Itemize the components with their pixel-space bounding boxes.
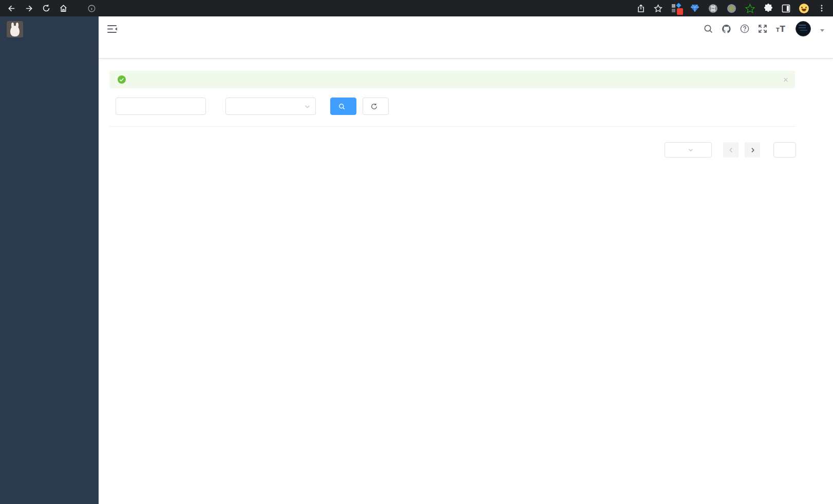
font-size-icon[interactable]: TT <box>776 24 787 33</box>
browser-reload-icon[interactable] <box>42 4 50 12</box>
goto-page <box>769 142 800 158</box>
browser-forward-icon[interactable] <box>25 4 33 13</box>
chevron-down-icon <box>688 147 693 152</box>
app-logo[interactable] <box>0 16 99 42</box>
search-form <box>109 98 799 115</box>
extension-grid-icon[interactable] <box>671 3 681 13</box>
extension-badge <box>677 8 683 15</box>
browser-back-icon[interactable] <box>7 4 16 13</box>
search-button-icon <box>338 103 345 110</box>
page-header: TT <box>99 16 833 41</box>
share-icon[interactable] <box>637 4 645 13</box>
fullscreen-icon[interactable] <box>758 24 767 33</box>
extension-diamond <box>676 3 681 8</box>
main-area: TT × <box>99 16 833 504</box>
extension-square <box>672 9 675 12</box>
puzzle-extension-icon[interactable] <box>764 4 773 13</box>
command-extension-icon[interactable] <box>708 4 718 13</box>
search-icon[interactable] <box>704 24 713 33</box>
goto-page-input[interactable] <box>773 142 796 158</box>
prev-page-button[interactable] <box>723 142 739 158</box>
address-bar[interactable] <box>88 5 101 12</box>
success-check-icon <box>118 75 126 84</box>
rabbit-logo-icon <box>7 21 23 37</box>
page-size-select[interactable] <box>665 142 712 158</box>
github-icon[interactable] <box>722 24 731 34</box>
app-frame: TT × <box>0 16 833 504</box>
extension-square <box>672 4 675 8</box>
header-actions: TT <box>704 21 824 36</box>
bookmark-star-icon[interactable] <box>654 4 662 13</box>
alert-close-icon[interactable]: × <box>783 75 788 84</box>
browser-toolbar <box>0 0 833 16</box>
help-icon[interactable] <box>740 24 749 33</box>
collapse-sidebar-icon[interactable] <box>107 25 118 33</box>
sidebar <box>0 16 99 504</box>
page-content: × <box>99 71 799 158</box>
token-table <box>109 126 795 127</box>
record-extension-icon[interactable] <box>727 4 736 13</box>
green-star-extension-icon[interactable] <box>745 4 755 13</box>
browser-home-icon[interactable] <box>59 4 68 13</box>
sidebar-menu <box>0 42 99 504</box>
reset-button[interactable] <box>363 98 389 115</box>
next-page-button[interactable] <box>745 142 760 158</box>
browser-menu-icon[interactable] <box>818 4 826 12</box>
pagination <box>109 142 800 158</box>
search-button[interactable] <box>330 98 356 115</box>
doc-alert-banner: × <box>109 71 795 88</box>
chevron-down-icon <box>305 104 310 109</box>
refresh-icon <box>371 103 377 110</box>
svg-text:T: T <box>780 25 786 34</box>
gem-extension-icon[interactable] <box>690 4 699 12</box>
user-id-input[interactable] <box>116 98 206 115</box>
user-avatar[interactable] <box>796 21 811 36</box>
user-type-select[interactable] <box>225 98 316 115</box>
user-menu-caret-icon[interactable] <box>820 29 824 32</box>
side-panel-icon[interactable] <box>782 4 790 13</box>
tag-view-bar <box>99 41 833 59</box>
svg-text:T: T <box>776 27 780 33</box>
profile-emoji-icon[interactable] <box>799 4 809 13</box>
